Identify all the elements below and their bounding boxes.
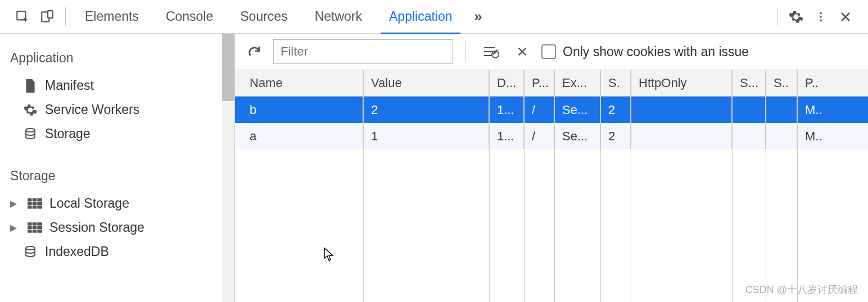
gear-icon	[22, 103, 38, 117]
cell-path: /	[524, 97, 554, 123]
sidebar-group-storage: Storage	[0, 162, 234, 191]
cell-size: 2	[600, 123, 631, 149]
sidebar-item-storage[interactable]: Storage	[0, 122, 234, 146]
col-size[interactable]: S.	[600, 70, 631, 96]
gridline	[631, 70, 631, 302]
svg-rect-22	[28, 230, 32, 232]
scrollbar-thumb[interactable]	[222, 34, 234, 101]
svg-rect-14	[33, 205, 37, 208]
sidebar-item-indexeddb[interactable]: IndexedDB	[0, 240, 234, 264]
svg-rect-10	[28, 202, 32, 204]
inspect-element-icon[interactable]	[10, 4, 35, 29]
tab-application[interactable]: Application	[376, 0, 466, 34]
col-priority[interactable]: P..	[797, 70, 838, 96]
clear-all-icon[interactable]	[478, 39, 503, 64]
tab-elements[interactable]: Elements	[71, 0, 152, 34]
sidebar-item-local-storage[interactable]: ▶ Local Storage	[0, 191, 234, 216]
gridline	[363, 70, 364, 302]
col-secure[interactable]: S...	[732, 70, 766, 96]
svg-rect-23	[33, 230, 37, 232]
table-row[interactable]: b 2 1... / Se... 2 M..	[235, 97, 868, 123]
tab-network[interactable]: Network	[301, 0, 376, 34]
only-issue-checkbox[interactable]	[541, 44, 556, 59]
col-domain[interactable]: D...	[489, 70, 524, 96]
col-path[interactable]: P...	[524, 70, 554, 96]
table-header[interactable]: Name Value D... P... Ex... S. HttpOnly S…	[235, 70, 868, 97]
only-issue-label: Only show cookies with an issue	[563, 44, 749, 60]
cell-value: 1	[363, 123, 489, 149]
cell-samesite	[766, 97, 797, 123]
grid-icon	[27, 222, 43, 234]
svg-point-5	[820, 19, 822, 21]
cell-value: 2	[363, 97, 489, 123]
svg-rect-9	[37, 198, 42, 201]
cell-path: /	[524, 123, 554, 149]
separator	[65, 7, 66, 26]
svg-rect-2	[48, 11, 53, 18]
cell-secure	[732, 123, 766, 149]
tab-sources[interactable]: Sources	[227, 0, 301, 34]
device-toggle-icon[interactable]	[35, 4, 60, 29]
cookies-table: Name Value D... P... Ex... S. HttpOnly S…	[235, 70, 868, 302]
sidebar-group-application: Application	[0, 44, 234, 74]
svg-rect-8	[33, 198, 37, 201]
svg-rect-21	[37, 226, 42, 228]
document-icon	[22, 79, 38, 93]
col-name[interactable]: Name	[235, 70, 363, 96]
table-row[interactable]: a 1 1... / Se... 2 M..	[235, 123, 868, 149]
col-samesite[interactable]: S..	[766, 70, 797, 96]
cookies-panel: Only show cookies with an issue Name Val…	[235, 34, 868, 302]
cell-httponly	[631, 97, 732, 123]
svg-point-4	[820, 16, 822, 18]
cell-priority: M..	[797, 123, 838, 149]
kebab-menu-icon[interactable]	[808, 4, 833, 29]
gridline	[732, 70, 733, 302]
tab-console[interactable]: Console	[152, 0, 227, 34]
cell-samesite	[766, 123, 797, 149]
more-tabs-icon[interactable]: »	[466, 4, 491, 29]
cell-priority: M..	[797, 97, 838, 123]
cell-secure	[732, 97, 766, 123]
close-icon[interactable]	[833, 4, 858, 29]
svg-rect-24	[37, 230, 42, 232]
svg-rect-18	[37, 222, 42, 225]
gridline	[600, 70, 601, 302]
gridline	[797, 70, 798, 302]
watermark: CSDN @十八岁讨厌编程	[745, 283, 858, 296]
cookies-toolbar: Only show cookies with an issue	[235, 34, 868, 70]
svg-rect-15	[37, 205, 42, 208]
svg-point-6	[26, 129, 35, 132]
sidebar-item-label: Service Workers	[45, 102, 139, 117]
cell-name: b	[235, 97, 363, 123]
svg-rect-12	[37, 202, 42, 204]
chevron-right-icon: ▶	[10, 198, 18, 209]
svg-rect-19	[28, 226, 32, 228]
gridline	[766, 70, 766, 302]
cell-size: 2	[600, 97, 631, 123]
sidebar-item-session-storage[interactable]: ▶ Session Storage	[0, 216, 234, 240]
settings-icon[interactable]	[784, 4, 808, 29]
cell-domain: 1...	[489, 123, 524, 149]
cell-expires: Se...	[554, 123, 600, 149]
sidebar-item-manifest[interactable]: Manifest	[0, 74, 234, 98]
col-value[interactable]: Value	[363, 70, 489, 96]
svg-rect-17	[33, 222, 37, 225]
col-httponly[interactable]: HttpOnly	[631, 70, 732, 96]
sidebar-item-label: Manifest	[45, 78, 94, 93]
svg-rect-7	[28, 198, 32, 201]
col-expires[interactable]: Ex...	[554, 70, 600, 96]
separator	[465, 42, 466, 61]
cell-httponly	[631, 123, 732, 149]
cell-expires: Se...	[554, 97, 600, 123]
application-sidebar: Application Manifest Service Workers Sto…	[0, 34, 235, 302]
refresh-icon[interactable]	[242, 39, 266, 64]
devtools-tab-bar: Elements Console Sources Network Applica…	[0, 0, 868, 34]
delete-icon[interactable]	[510, 39, 535, 64]
svg-rect-13	[28, 205, 32, 208]
sidebar-item-label: Storage	[45, 126, 91, 141]
sidebar-item-label: IndexedDB	[45, 244, 109, 259]
grid-icon	[27, 198, 43, 209]
gridline	[554, 70, 555, 302]
filter-input[interactable]	[273, 39, 453, 64]
sidebar-item-service-workers[interactable]: Service Workers	[0, 98, 234, 122]
